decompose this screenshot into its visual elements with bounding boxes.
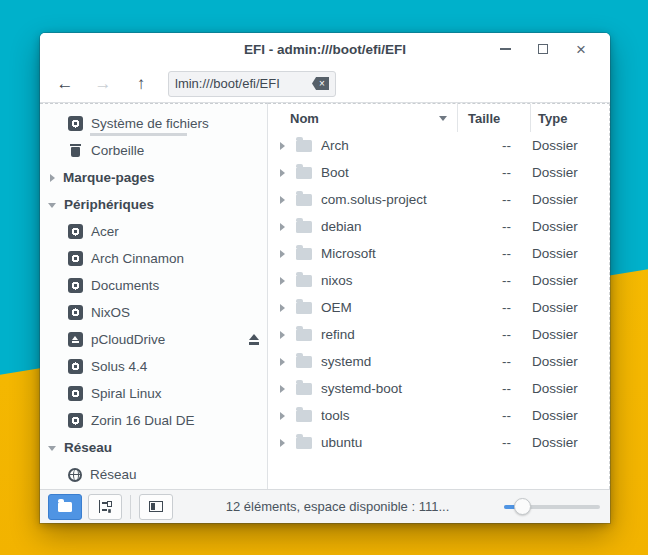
file-type: Dossier [525,408,609,423]
drive-icon [68,251,83,266]
sidebar-item-documents[interactable]: Documents [40,272,267,299]
trash-icon [68,143,83,158]
file-row-tools[interactable]: tools -- Dossier [268,402,609,429]
sort-descending-icon [439,116,447,121]
file-row-microsoft[interactable]: Microsoft -- Dossier [268,240,609,267]
forward-button[interactable]: → [88,70,118,98]
file-row-arch[interactable]: Arch -- Dossier [268,132,609,159]
file-row-refind[interactable]: refind -- Dossier [268,321,609,348]
file-name: Microsoft [321,246,452,261]
sidebar-item-solus-4-4[interactable]: Solus 4.4 [40,353,267,380]
file-row-boot[interactable]: Boot -- Dossier [268,159,609,186]
statusbar-separator [130,495,131,519]
drive-icon [68,305,83,320]
sidebar-category-marque-pages[interactable]: Marque-pages [40,164,267,191]
sidebar-item-nixos[interactable]: NixOS [40,299,267,326]
sidebar-item-acer[interactable]: Acer [40,218,267,245]
tree-view-button[interactable] [88,494,122,520]
minimize-button[interactable] [486,33,524,65]
file-row-com-solus-project[interactable]: com.solus-project -- Dossier [268,186,609,213]
expander-icon[interactable] [280,331,285,339]
back-button[interactable]: ← [50,70,80,98]
sidebar-item-systeme-de-fichiers[interactable]: Système de fichiers [40,110,267,137]
folder-icon [296,275,312,287]
maximize-button[interactable] [524,33,562,65]
sidebar-item-label: NixOS [91,305,130,320]
sidebar-item-arch-cinnamon[interactable]: Arch Cinnamon [40,245,267,272]
list-header: Nom Taille Type [268,104,609,132]
chevron-down-icon[interactable] [48,203,56,208]
sidebar-category-peripheriques[interactable]: Périphériques [40,191,267,218]
column-header-name[interactable]: Nom [268,104,457,132]
maximize-icon [538,44,548,54]
file-type: Dossier [525,381,609,396]
file-row-systemd[interactable]: systemd -- Dossier [268,348,609,375]
toolbar: ← → ↑ lmin:///boot/efi/EFI × [40,65,610,102]
chevron-down-icon[interactable] [48,446,56,451]
expander-icon[interactable] [280,385,285,393]
file-name: tools [321,408,452,423]
drive-icon [68,386,83,401]
zoom-slider-thumb[interactable] [514,498,531,515]
clear-location-icon[interactable]: × [312,77,329,90]
expander-icon[interactable] [280,412,285,420]
file-type: Dossier [525,354,609,369]
tree-view-icon [99,500,112,513]
sidebar-item-reseau[interactable]: Réseau [40,461,267,488]
folder-icon [296,329,312,341]
file-row-debian[interactable]: debian -- Dossier [268,213,609,240]
file-type: Dossier [525,246,609,261]
drive-icon [68,413,83,428]
file-row-nixos[interactable]: nixos -- Dossier [268,267,609,294]
expander-icon[interactable] [280,358,285,366]
file-type: Dossier [525,435,609,450]
status-text: 12 éléments, espace disponible : 111... [179,499,496,514]
sidebar-category-label: Marque-pages [63,170,155,185]
minimize-icon [500,48,511,50]
sidebar-category-label: Périphériques [64,197,154,212]
close-button[interactable]: × [562,33,600,65]
expander-icon[interactable] [280,277,285,285]
file-row-ubuntu[interactable]: ubuntu -- Dossier [268,429,609,456]
sidebar-item-label: pCloudDrive [91,332,165,347]
expander-icon[interactable] [280,250,285,258]
expander-icon[interactable] [280,169,285,177]
file-name: systemd-boot [321,381,452,396]
folder-icon [296,410,312,422]
file-row-systemd-boot[interactable]: systemd-boot -- Dossier [268,375,609,402]
sidebar-item-corbeille[interactable]: Corbeille [40,137,267,164]
expander-icon[interactable] [280,439,285,447]
sidebar-item-spiral-linux[interactable]: Spiral Linux [40,380,267,407]
icon-view-button[interactable] [48,494,82,520]
eject-icon[interactable] [247,334,261,346]
file-type: Dossier [525,138,609,153]
expander-icon[interactable] [280,304,285,312]
expander-icon[interactable] [280,223,285,231]
file-row-oem[interactable]: OEM -- Dossier [268,294,609,321]
file-size: -- [452,354,525,369]
folder-icon [296,221,312,233]
zoom-slider[interactable] [502,497,602,517]
titlebar[interactable]: EFI - admin:///boot/efi/EFI × [40,33,610,65]
file-size: -- [452,219,525,234]
column-header-size[interactable]: Taille [457,104,530,132]
file-name: nixos [321,273,452,288]
sidebar-item-zorin-16-dual-de[interactable]: Zorin 16 Dual DE [40,407,267,434]
file-name: refind [321,327,452,342]
expander-icon[interactable] [280,142,285,150]
expander-icon[interactable] [280,196,285,204]
icon-view-icon [58,502,72,512]
column-header-name-label: Nom [290,111,439,126]
file-size: -- [452,192,525,207]
file-size: -- [452,273,525,288]
sidebar-category-reseau[interactable]: Réseau [40,434,267,461]
location-bar[interactable]: lmin:///boot/efi/EFI × [168,71,336,97]
sidebar-item-label: Solus 4.4 [91,359,147,374]
up-button[interactable]: ↑ [126,70,156,98]
folder-icon [296,356,312,368]
toggle-sidebar-button[interactable] [139,494,173,520]
chevron-right-icon[interactable] [50,174,55,182]
sidebar-item-pclouddrive[interactable]: pCloudDrive [40,326,267,353]
file-type: Dossier [525,327,609,342]
column-header-type[interactable]: Type [530,104,609,132]
